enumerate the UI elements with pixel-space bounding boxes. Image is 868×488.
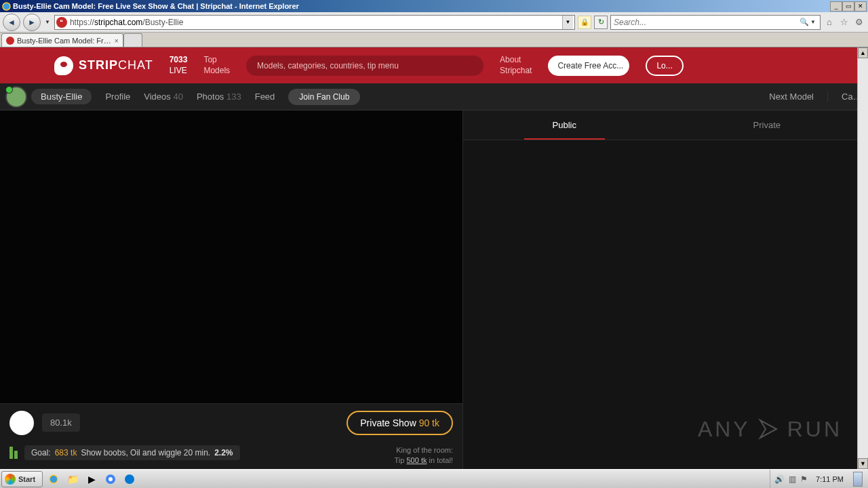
video-player[interactable] xyxy=(0,110,462,403)
private-show-button[interactable]: Private Show 90 tk xyxy=(347,411,453,435)
lock-icon[interactable]: 🔒 xyxy=(578,16,591,29)
video-info-bar: 80.1k Private Show 90 tk xyxy=(0,403,462,441)
site-search-hint: Models, categories, countries, tip menu xyxy=(257,61,399,70)
svg-point-1 xyxy=(50,475,58,483)
nav-videos[interactable]: Videos 40 xyxy=(144,92,183,102)
model-name: Busty-Ellie xyxy=(31,89,92,104)
browser-search[interactable]: 🔍 ▼ xyxy=(610,15,821,30)
close-window-button[interactable]: ✕ xyxy=(854,1,867,12)
svg-point-0 xyxy=(3,3,10,10)
top-models-link[interactable]: TopModels xyxy=(203,55,230,76)
video-column: 80.1k Private Show 90 tk Goal: 683 tk Sh… xyxy=(0,110,462,469)
new-tab-button[interactable] xyxy=(123,33,142,47)
taskbar-edge-icon[interactable] xyxy=(121,472,138,487)
browser-toolbar: ◄ ► ▼ ❝ https://stripchat.com/Busty-Elli… xyxy=(0,12,868,33)
forward-button[interactable]: ► xyxy=(23,14,41,31)
close-tab-icon[interactable]: × xyxy=(115,37,119,45)
minimize-button[interactable]: _ xyxy=(830,1,842,12)
home-icon[interactable]: ⌂ xyxy=(823,16,835,28)
nav-profile[interactable]: Profile xyxy=(105,92,130,102)
windows-taskbar: Start 📁 ▶ 🔊 ▥ ⚑ 7:11 PM xyxy=(0,469,868,488)
follower-count: 80.1k xyxy=(42,413,80,432)
site-search[interactable]: Models, categories, countries, tip menu xyxy=(246,56,484,76)
refresh-button[interactable]: ↻ xyxy=(594,16,608,29)
window-titlebar: Busty-Ellie Cam Model: Free Live Sex Sho… xyxy=(0,0,868,12)
tab-favicon xyxy=(6,37,14,45)
taskbar-clock[interactable]: 7:11 PM xyxy=(812,475,848,483)
chat-body[interactable] xyxy=(463,140,868,469)
start-button[interactable]: Start xyxy=(1,471,43,487)
site-header: STRIPCHAT 7033 LIVE TopModels Models, ca… xyxy=(0,47,868,83)
nav-feed[interactable]: Feed xyxy=(255,92,275,102)
nav-dropdown[interactable]: ▼ xyxy=(43,19,52,25)
chat-tab-public[interactable]: Public xyxy=(463,110,666,140)
tray-icon-1[interactable]: ▥ xyxy=(789,474,796,484)
scroll-down-icon[interactable]: ▼ xyxy=(858,458,868,469)
site-favicon: ❝ xyxy=(56,17,67,28)
page-viewport: STRIPCHAT 7033 LIVE TopModels Models, ca… xyxy=(0,47,868,469)
goal-bar: Goal: 683 tk Show boobs, Oil and wiggle … xyxy=(0,441,462,469)
site-logo[interactable]: STRIPCHAT xyxy=(54,56,153,75)
about-link[interactable]: AboutStripchat xyxy=(500,55,532,76)
url-text: https://stripchat.com/Busty-Ellie xyxy=(70,18,562,27)
search-dropdown[interactable]: ▼ xyxy=(809,19,817,25)
main-content: 80.1k Private Show 90 tk Goal: 683 tk Sh… xyxy=(0,110,868,469)
taskbar-media-icon[interactable]: ▶ xyxy=(83,472,100,487)
taskbar-ie-icon[interactable] xyxy=(45,472,62,487)
show-desktop-button[interactable] xyxy=(853,472,863,487)
windows-logo-icon xyxy=(5,474,16,485)
profile-nav: Busty-Ellie Profile Videos 40 Photos 133… xyxy=(0,83,868,110)
goal-level-icon xyxy=(9,445,18,459)
taskbar-chrome-icon[interactable] xyxy=(102,472,119,487)
volume-icon[interactable]: 🔊 xyxy=(774,474,785,484)
chat-tab-private[interactable]: Private xyxy=(666,110,869,140)
ie-icon xyxy=(1,1,11,11)
broadcaster-avatar[interactable] xyxy=(9,411,34,435)
tab-title: Busty-Ellie Cam Model: Free … xyxy=(17,37,112,45)
next-model-link[interactable]: Next Model xyxy=(769,92,814,102)
svg-point-3 xyxy=(108,477,113,481)
scroll-up-icon[interactable]: ▲ xyxy=(858,47,868,58)
favorites-icon[interactable]: ☆ xyxy=(838,16,850,28)
live-count: 7033 LIVE xyxy=(170,55,188,76)
system-tray: 🔊 ▥ ⚑ 7:11 PM xyxy=(770,470,867,488)
chat-column: Public Private xyxy=(462,110,868,469)
address-bar[interactable]: ❝ https://stripchat.com/Busty-Ellie ▼ xyxy=(54,15,575,30)
browser-tab-active[interactable]: Busty-Ellie Cam Model: Free … × xyxy=(1,33,123,47)
tools-icon[interactable]: ⚙ xyxy=(853,16,865,28)
join-fan-club-button[interactable]: Join Fan Club xyxy=(288,89,360,105)
login-button[interactable]: Lo... xyxy=(646,56,683,76)
logo-icon xyxy=(54,56,73,75)
svg-point-4 xyxy=(125,474,134,484)
maximize-button[interactable]: ▭ xyxy=(842,1,854,12)
url-dropdown[interactable]: ▼ xyxy=(562,16,573,29)
create-account-button[interactable]: Create Free Acc... xyxy=(548,56,629,76)
back-button[interactable]: ◄ xyxy=(3,14,20,31)
search-icon[interactable]: 🔍 xyxy=(800,18,809,26)
window-title: Busty-Ellie Cam Model: Free Live Sex Sho… xyxy=(13,2,830,10)
vertical-scrollbar[interactable]: ▲ ▼ xyxy=(857,47,868,469)
nav-photos[interactable]: Photos 133 xyxy=(197,92,241,102)
browser-tabbar: Busty-Ellie Cam Model: Free … × xyxy=(0,33,868,47)
model-avatar[interactable] xyxy=(5,86,27,108)
chat-tabs: Public Private xyxy=(463,110,868,140)
king-of-room: King of the room: Tip 500 tk in total! xyxy=(395,445,453,465)
flag-icon[interactable]: ⚑ xyxy=(800,474,808,484)
goal-pill: Goal: 683 tk Show boobs, Oil and wiggle … xyxy=(24,445,240,460)
taskbar-explorer-icon[interactable]: 📁 xyxy=(64,472,81,487)
search-input[interactable] xyxy=(614,18,800,27)
